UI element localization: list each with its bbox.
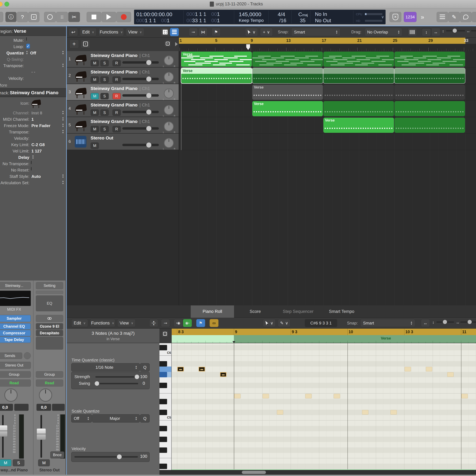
piano-key[interactable]: C5 bbox=[159, 415, 172, 421]
lcd-counter-top[interactable]: 0001 1 1 001 bbox=[187, 11, 220, 17]
note[interactable] bbox=[362, 410, 368, 415]
piano-key[interactable]: C6 bbox=[159, 350, 172, 356]
volume-slider-thumb[interactable] bbox=[146, 60, 151, 65]
pr-region-strip[interactable]: Verse bbox=[172, 335, 476, 343]
mute-button[interactable]: M bbox=[91, 142, 99, 149]
lcd-mode-chevron-icon[interactable]: ∨ bbox=[381, 15, 384, 19]
duplicate-track-button[interactable]: + bbox=[81, 39, 90, 48]
inspector-track-row[interactable]: Freeze Mode:Pre Fader▲▼ bbox=[0, 122, 66, 129]
midi-region[interactable]: Verse bbox=[181, 68, 252, 83]
pan-knob[interactable] bbox=[164, 55, 174, 65]
stepper-icon[interactable]: ▲▼ bbox=[61, 174, 65, 179]
volume-readout[interactable]: 0,0 bbox=[36, 404, 51, 411]
traffic-light-green[interactable] bbox=[4, 2, 9, 6]
inspector-track-row[interactable]: Key Limit:C-2 G8 bbox=[0, 141, 66, 148]
lcd-key[interactable]: Cmaj bbox=[298, 11, 308, 17]
link-icon[interactable]: ∞ bbox=[210, 319, 219, 327]
notes-button[interactable]: ✎ bbox=[448, 12, 460, 22]
track-header[interactable]: 4Steinway Grand Piano| Ch1MSRLR bbox=[67, 101, 179, 117]
track-name[interactable]: Steinway Grand Piano bbox=[91, 86, 137, 91]
inspector-value[interactable]: Auto bbox=[32, 174, 41, 179]
pr-vzoom-slider[interactable]: ↕ bbox=[437, 322, 454, 323]
pan-knob[interactable] bbox=[164, 72, 174, 82]
midi-out-icon[interactable]: ◉› bbox=[183, 319, 192, 327]
volume-slider[interactable] bbox=[122, 78, 159, 80]
midi-in-icon[interactable]: ›◉ bbox=[174, 319, 183, 327]
midi-region[interactable]: Verse bbox=[252, 85, 323, 100]
note[interactable] bbox=[405, 367, 411, 372]
midi-region-loop[interactable] bbox=[394, 85, 465, 100]
scale-quantize-select[interactable]: Major▲▼ bbox=[92, 414, 140, 423]
pr-edit-menu[interactable]: Edit∨ bbox=[71, 319, 88, 327]
lcd-display[interactable]: 01:00:00:00.00 0001 1 1 001 0001 1 1 001… bbox=[134, 10, 386, 24]
collapse-mode-icon[interactable]: ▼▲ bbox=[149, 319, 158, 327]
piano-key-black[interactable] bbox=[159, 361, 167, 367]
track-name[interactable]: Steinway Grand Piano bbox=[91, 119, 137, 124]
lcd-output[interactable]: No Out bbox=[315, 17, 331, 23]
velocity-slider[interactable] bbox=[74, 456, 138, 458]
tab-score[interactable]: Score bbox=[234, 306, 276, 318]
chat-button[interactable] bbox=[460, 12, 472, 22]
strength-slider[interactable] bbox=[95, 376, 138, 378]
scale-quantize-mode[interactable]: Off▲▼ bbox=[71, 414, 92, 423]
inspector-value[interactable]: Inst 8 bbox=[32, 111, 42, 116]
toolbar-overflow-chevrons[interactable]: » bbox=[421, 14, 424, 21]
quick-help-button[interactable]: ∨ bbox=[28, 12, 39, 22]
pr-hscroll-thumb[interactable] bbox=[242, 471, 266, 474]
send-knob[interactable] bbox=[24, 352, 31, 359]
note-selected[interactable] bbox=[199, 367, 205, 372]
piano-key[interactable] bbox=[159, 383, 172, 388]
marquee-catch-icon[interactable]: ⚑ bbox=[212, 28, 221, 36]
time-quantize-apply-button[interactable]: Q bbox=[140, 363, 150, 372]
inspector-value[interactable]: Pre Fader bbox=[32, 123, 51, 128]
strip-mute-button[interactable]: M bbox=[38, 459, 50, 466]
note-selected[interactable] bbox=[177, 367, 184, 372]
piano-key-black[interactable] bbox=[159, 372, 167, 377]
piano-key[interactable] bbox=[159, 410, 172, 415]
pr-functions-menu[interactable]: Functions∨ bbox=[90, 319, 115, 327]
pr-snap-select[interactable]: Smart▲▼ bbox=[360, 319, 415, 327]
lcd-position[interactable]: 0001 1 1 001 bbox=[136, 17, 170, 23]
stepper-icon[interactable]: ▲▼ bbox=[61, 50, 65, 55]
stereo-format-button[interactable] bbox=[36, 315, 63, 322]
volume-slider-thumb[interactable] bbox=[146, 142, 151, 148]
piano-key-black[interactable] bbox=[159, 410, 167, 415]
piano-key[interactable] bbox=[159, 377, 172, 383]
piano-key[interactable] bbox=[159, 426, 172, 431]
pointer-tool-select[interactable]: ∨ bbox=[245, 28, 258, 36]
lcd-counter-bottom[interactable]: 0033 1 1 001 bbox=[187, 17, 220, 23]
pan-knob[interactable] bbox=[164, 88, 174, 98]
midi-region-loop[interactable] bbox=[323, 85, 394, 100]
secondary-tool-select[interactable]: +∨ bbox=[260, 28, 273, 36]
inspector-track-row[interactable]: Channel:Inst 8▲▼ bbox=[0, 110, 66, 116]
piano-key-black[interactable] bbox=[159, 345, 167, 350]
lcd-tempo-mode[interactable]: Keep Tempo bbox=[239, 18, 264, 23]
volume-slider-thumb[interactable] bbox=[146, 76, 151, 82]
inspector-region-row[interactable]: Velocity: bbox=[0, 75, 66, 82]
record-enable-button[interactable]: R bbox=[113, 93, 121, 99]
audio-fx-slot[interactable]: Decapitato bbox=[36, 330, 63, 336]
midi-region-loop[interactable] bbox=[394, 68, 465, 83]
midi-region-loop[interactable] bbox=[252, 51, 323, 67]
volume-slider-thumb[interactable] bbox=[146, 93, 151, 98]
piano-key[interactable] bbox=[159, 399, 172, 404]
inspector-track-row[interactable]: Transpose:▲▼ bbox=[0, 129, 66, 135]
checkbox[interactable]: ✓ bbox=[26, 44, 30, 48]
inspector-track-row[interactable]: Delay▲▼ bbox=[0, 154, 66, 161]
note[interactable] bbox=[277, 410, 283, 415]
stepper-icon[interactable]: ▲▼ bbox=[25, 50, 29, 55]
piano-key[interactable] bbox=[159, 458, 172, 464]
piano-key[interactable] bbox=[159, 442, 172, 447]
piano-key-black[interactable] bbox=[159, 437, 167, 442]
add-track-button[interactable]: + bbox=[69, 39, 79, 48]
inspector-more[interactable]: More bbox=[0, 83, 7, 88]
snap-select[interactable]: Smart▲▼ bbox=[291, 28, 340, 36]
inspector-region-row[interactable]: - - bbox=[0, 69, 66, 75]
pr-ruler[interactable]: 8 399 31010 311 bbox=[172, 329, 476, 335]
tab-piano-roll[interactable]: Piano Roll bbox=[191, 306, 234, 318]
lcd-division[interactable]: /16 bbox=[279, 17, 286, 23]
horizontal-zoom-icon[interactable]: ↔ bbox=[431, 28, 440, 36]
inspector-value[interactable]: 1 127 bbox=[32, 149, 42, 153]
note[interactable] bbox=[263, 394, 269, 398]
inspector-track-row[interactable]: Articulation Set:▲▼ bbox=[0, 180, 66, 186]
